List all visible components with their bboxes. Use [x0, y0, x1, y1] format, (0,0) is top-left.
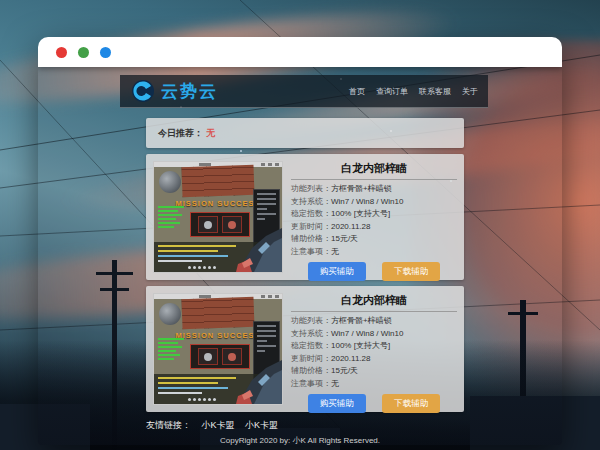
product-screenshot: MISSION SUCCESS — [153, 293, 283, 405]
ammo-dots — [188, 266, 216, 269]
nav-about[interactable]: 关于 — [462, 86, 478, 97]
product-title: 白龙内部梓瞄 — [291, 161, 457, 180]
clan-emblem — [159, 171, 181, 193]
product-details: 白龙内部梓瞄 功能列表：方框骨骼+梓瞄锁 支持系统：Win7 / Win8 / … — [291, 161, 457, 273]
detail-row: 更新时间：2020.11.28 — [291, 221, 457, 234]
ammo-dots — [188, 398, 216, 401]
main-content: 今日推荐： 无 MISSION SUCCESS — [146, 118, 464, 412]
main-nav: 首页 查询订单 联系客服 关于 — [349, 86, 478, 97]
brick-wall — [181, 297, 254, 329]
first-person-gun — [208, 340, 282, 404]
download-assist-button[interactable]: 下载辅助 — [382, 394, 440, 413]
brick-wall — [181, 165, 254, 197]
download-assist-button[interactable]: 下载辅助 — [382, 262, 440, 281]
nav-contact-support[interactable]: 联系客服 — [419, 86, 451, 97]
green-console-text — [158, 338, 188, 362]
detail-row: 支持系统：Win7 / Win8 / Win10 — [291, 196, 457, 209]
window-maximize-button[interactable] — [100, 47, 111, 58]
friend-link[interactable]: 小K卡盟 — [202, 420, 235, 430]
detail-row: 功能列表：方框骨骼+梓瞄锁 — [291, 315, 457, 328]
product-card: MISSION SUCCESS — [146, 154, 464, 280]
browser-title-bar — [38, 37, 562, 67]
detail-row: 辅助价格：15元/天 — [291, 365, 457, 378]
today-recommend-banner: 今日推荐： 无 — [146, 118, 464, 148]
buy-assist-button[interactable]: 购买辅助 — [308, 262, 366, 281]
window-close-button[interactable] — [56, 47, 67, 58]
window-minimize-button[interactable] — [78, 47, 89, 58]
detail-row: 注意事项：无 — [291, 246, 457, 259]
friend-links-label: 友情链接： — [146, 420, 191, 430]
logo-swoosh-icon — [130, 79, 156, 103]
action-buttons: 购买辅助 下载辅助 — [291, 394, 457, 413]
product-card: MISSION SUCCESS — [146, 286, 464, 412]
browser-window: 云势云 首页 查询订单 联系客服 关于 今日推荐： 无 — [38, 37, 562, 445]
recommend-label: 今日推荐： — [158, 127, 203, 140]
recommend-value: 无 — [206, 127, 215, 140]
detail-row: 支持系统：Win7 / Win8 / Win10 — [291, 328, 457, 341]
friend-links: 友情链接： 小K卡盟 小K卡盟 — [146, 419, 278, 432]
buy-assist-button[interactable]: 购买辅助 — [308, 394, 366, 413]
logo-text: 云势云 — [161, 80, 218, 103]
nav-home[interactable]: 首页 — [349, 86, 365, 97]
page-viewport: 云势云 首页 查询订单 联系客服 关于 今日推荐： 无 — [38, 67, 562, 445]
detail-row: 更新时间：2020.11.28 — [291, 353, 457, 366]
product-title: 白龙内部梓瞄 — [291, 293, 457, 312]
clan-emblem — [159, 303, 181, 325]
action-buttons: 购买辅助 下载辅助 — [291, 262, 457, 281]
green-console-text — [158, 206, 188, 230]
detail-row: 稳定指数：100% [支持大号] — [291, 340, 457, 353]
product-screenshot: MISSION SUCCESS — [153, 161, 283, 273]
nav-order-query[interactable]: 查询订单 — [376, 86, 408, 97]
site-logo[interactable]: 云势云 — [130, 79, 218, 103]
copyright-text: CopyRight 2020 by: 小K All Rights Reserve… — [38, 435, 562, 445]
friend-link[interactable]: 小K卡盟 — [245, 420, 278, 430]
detail-row: 辅助价格：15元/天 — [291, 233, 457, 246]
detail-row: 稳定指数：100% [支持大号] — [291, 208, 457, 221]
first-person-gun — [208, 208, 282, 272]
detail-row: 注意事项：无 — [291, 378, 457, 391]
site-header: 云势云 首页 查询订单 联系客服 关于 — [120, 75, 488, 108]
product-details: 白龙内部梓瞄 功能列表：方框骨骼+梓瞄锁 支持系统：Win7 / Win8 / … — [291, 293, 457, 405]
detail-row: 功能列表：方框骨骼+梓瞄锁 — [291, 183, 457, 196]
